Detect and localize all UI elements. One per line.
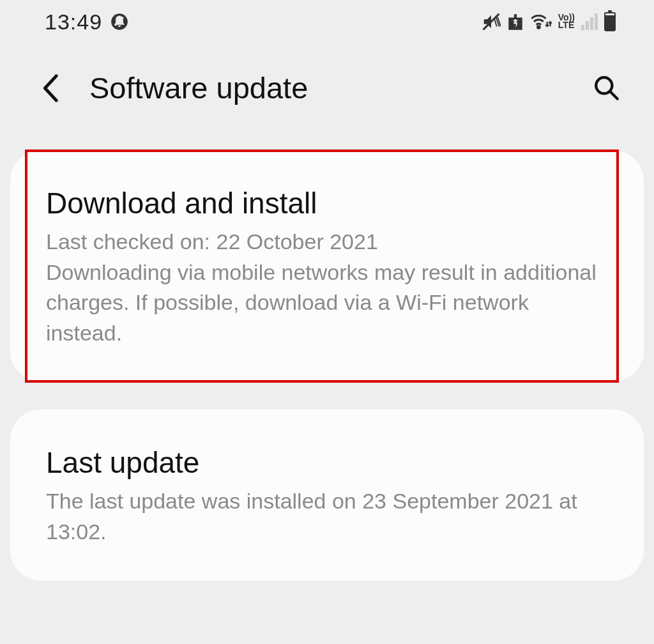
wifi-icon [530, 12, 552, 31]
search-button[interactable] [591, 73, 622, 103]
settings-list: Download and install Last checked on: 22… [0, 137, 654, 581]
status-time: 13:49 [45, 10, 102, 34]
data-saver-icon [507, 12, 524, 31]
back-button[interactable] [38, 75, 64, 101]
dnd-icon [110, 12, 129, 31]
mute-vibrate-icon [482, 12, 501, 31]
download-install-last-checked: Last checked on: 22 October 2021 [46, 227, 608, 257]
last-update-title: Last update [46, 445, 608, 480]
download-install-description: Downloading via mobile networks may resu… [46, 257, 608, 349]
download-install-item[interactable]: Download and install Last checked on: 22… [10, 150, 644, 381]
download-install-title: Download and install [46, 186, 608, 220]
header-bar: Software update [0, 38, 654, 137]
status-left: 13:49 [45, 10, 129, 34]
signal-icon [581, 13, 598, 30]
status-right: Vo))LTE [482, 12, 616, 31]
last-update-item[interactable]: Last update The last update was installe… [10, 410, 644, 580]
status-bar: 13:49 [0, 0, 654, 38]
last-update-description: The last update was installed on 23 Sept… [46, 486, 608, 547]
page-title: Software update [89, 70, 566, 105]
volte-icon: Vo))LTE [558, 14, 575, 29]
battery-icon [604, 12, 616, 31]
svg-point-2 [537, 26, 540, 29]
